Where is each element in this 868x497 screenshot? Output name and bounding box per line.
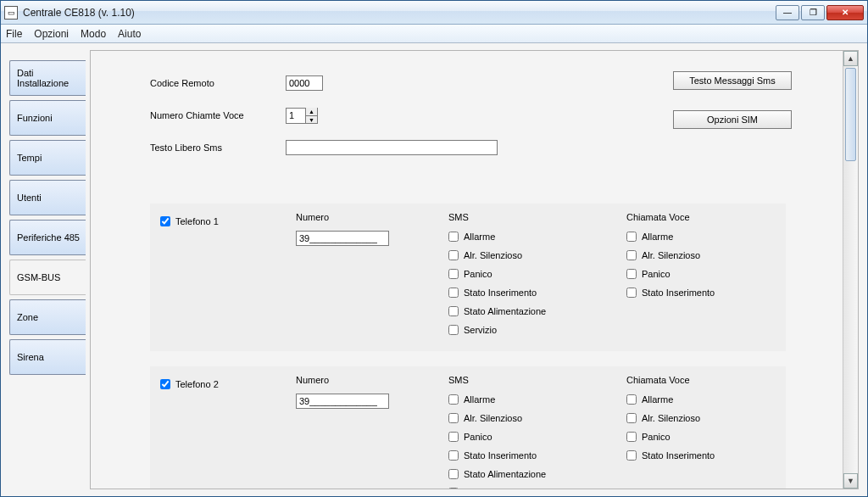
hdr-sms-2: SMS (448, 375, 618, 385)
chk-sms2-allarme[interactable]: Allarme (448, 390, 618, 409)
chk-voce2-panico[interactable]: Panico (626, 427, 779, 446)
chk-sms1-stato-inserimento[interactable]: Stato Inserimento (448, 283, 618, 302)
minimize-button[interactable]: — (776, 5, 799, 20)
chk-sms1-panico[interactable]: Panico (448, 265, 618, 283)
scroll-track[interactable] (843, 66, 858, 473)
label-testo-libero: Testo Libero Sms (150, 142, 286, 153)
vertical-scrollbar[interactable]: ▲ ▼ (843, 51, 858, 489)
chk-sms2-panico[interactable]: Panico (448, 427, 618, 446)
chk-sms1-silenzioso[interactable]: Alr. Silenzioso (448, 246, 618, 265)
sidebar-sirena[interactable]: Sirena (9, 339, 86, 375)
sidebar-utenti[interactable]: Utenti (9, 180, 86, 215)
chk-sms2-stato-alimentazione[interactable]: Stato Alimentazione (448, 465, 618, 483)
sidebar-funzioni[interactable]: Funzioni (9, 100, 86, 136)
content-frame: Codice Remoto Numero Chiamte Voce ▲ ▼ (90, 50, 859, 489)
spinner-num-chiamate[interactable]: ▲ ▼ (286, 108, 318, 124)
chk-telefono-1-box[interactable] (160, 216, 170, 226)
content: Codice Remoto Numero Chiamte Voce ▲ ▼ (91, 51, 843, 489)
chk-telefono-2-box[interactable] (160, 379, 170, 389)
input-numero-1[interactable] (296, 231, 389, 246)
close-button[interactable]: ✕ (826, 5, 864, 20)
label-codice-remoto: Codice Remoto (150, 78, 286, 88)
window-title: Centrale CE818 (v. 1.10) (23, 7, 776, 19)
titlebar: ▭ Centrale CE818 (v. 1.10) — ❐ ✕ (1, 1, 867, 25)
chk-voce2-silenzioso[interactable]: Alr. Silenzioso (626, 409, 779, 427)
hdr-voce-2: Chiamata Voce (626, 375, 779, 385)
chk-voce2-allarme[interactable]: Allarme (626, 390, 779, 409)
chk-voce1-stato-inserimento[interactable]: Stato Inserimento (626, 283, 779, 302)
sidebar-tempi[interactable]: Tempi (9, 140, 86, 176)
menubar: File Opzioni Modo Aiuto (1, 25, 867, 43)
chk-sms2-stato-inserimento[interactable]: Stato Inserimento (448, 446, 618, 465)
chk-sms1-servizio[interactable]: Servizio (448, 321, 618, 339)
chk-sms1-allarme[interactable]: Allarme (448, 227, 618, 246)
sidebar-zone[interactable]: Zone (9, 299, 86, 335)
chk-voce1-allarme[interactable]: Allarme (626, 227, 779, 246)
sidebar: Dati Installazione Funzioni Tempi Utenti… (1, 43, 90, 496)
row-testo-libero: Testo Libero Sms (150, 136, 817, 159)
chk-voce2-stato-inserimento[interactable]: Stato Inserimento (626, 446, 779, 465)
right-button-group: Testo Messaggi Sms Opzioni SIM (673, 71, 792, 129)
chk-telefono-1[interactable]: Telefono 1 (160, 212, 287, 231)
app-window: ▭ Centrale CE818 (v. 1.10) — ❐ ✕ File Op… (0, 0, 868, 497)
spinner-value[interactable] (287, 109, 305, 123)
sidebar-periferiche-485[interactable]: Periferiche 485 (9, 220, 86, 255)
scroll-thumb[interactable] (845, 68, 856, 161)
label-telefono-1: Telefono 1 (175, 216, 219, 226)
btn-testo-messaggi-sms[interactable]: Testo Messaggi Sms (673, 71, 792, 90)
app-icon: ▭ (4, 6, 18, 20)
chk-voce1-panico[interactable]: Panico (626, 265, 779, 283)
scroll-up-icon[interactable]: ▲ (843, 51, 858, 66)
btn-opzioni-sim[interactable]: Opzioni SIM (673, 110, 792, 129)
input-numero-2[interactable] (296, 394, 389, 409)
phone-block-2: Telefono 2 Numero SMS Allarme Alr. Silen… (150, 366, 786, 489)
window-buttons: — ❐ ✕ (776, 5, 864, 20)
hdr-numero-2: Numero (296, 375, 440, 385)
chk-voce1-silenzioso[interactable]: Alr. Silenzioso (626, 246, 779, 265)
sidebar-dati-installazione[interactable]: Dati Installazione (9, 60, 86, 96)
client-area: Dati Installazione Funzioni Tempi Utenti… (1, 43, 867, 496)
label-num-chiamate: Numero Chiamte Voce (150, 110, 286, 120)
input-codice-remoto[interactable] (286, 75, 323, 91)
scroll-down-icon[interactable]: ▼ (843, 473, 858, 489)
phone-block-1: Telefono 1 Numero SMS Allarme Alr. Silen… (150, 204, 786, 351)
menu-opzioni[interactable]: Opzioni (34, 28, 69, 40)
menu-modo[interactable]: Modo (81, 28, 106, 40)
input-testo-libero[interactable] (286, 140, 498, 155)
menu-aiuto[interactable]: Aiuto (118, 28, 141, 40)
sidebar-gsm-bus[interactable]: GSM-BUS (9, 260, 86, 295)
chk-telefono-2[interactable]: Telefono 2 (160, 375, 287, 394)
chk-sms1-stato-alimentazione[interactable]: Stato Alimentazione (448, 302, 618, 321)
menu-file[interactable]: File (6, 28, 22, 40)
hdr-voce-1: Chiamata Voce (626, 212, 779, 222)
spinner-down-icon[interactable]: ▼ (305, 115, 317, 123)
maximize-button[interactable]: ❐ (801, 5, 825, 20)
label-telefono-2: Telefono 2 (175, 379, 219, 389)
hdr-sms-1: SMS (448, 212, 618, 222)
chk-sms2-servizio[interactable]: Servizio (448, 483, 618, 489)
chk-sms2-silenzioso[interactable]: Alr. Silenzioso (448, 409, 618, 427)
hdr-numero-1: Numero (296, 212, 440, 222)
spinner-up-icon[interactable]: ▲ (305, 108, 317, 115)
